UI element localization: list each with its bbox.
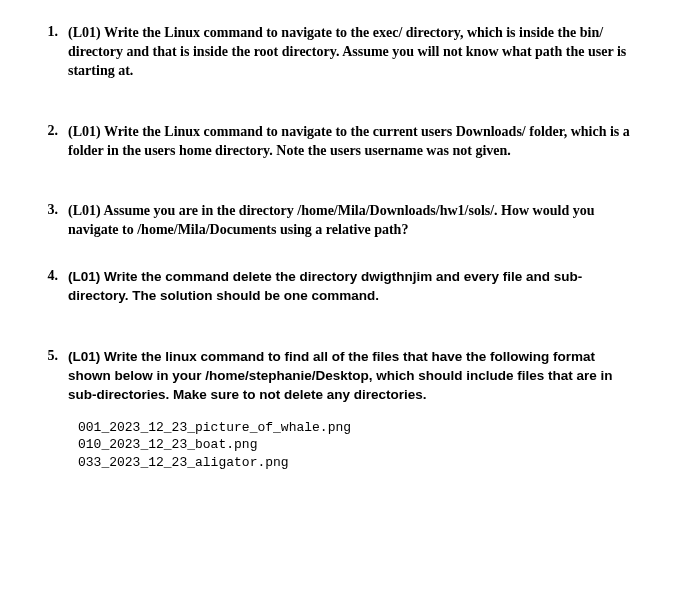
question-number: 5.	[40, 348, 68, 364]
code-line: 010_2023_12_23_boat.png	[78, 436, 637, 454]
question-text: (L01) Assume you are in the directory /h…	[68, 202, 637, 240]
question-number: 3.	[40, 202, 68, 218]
code-line: 001_2023_12_23_picture_of_whale.png	[78, 419, 637, 437]
question-text: (L01) Write the Linux command to navigat…	[68, 123, 637, 161]
question-5: 5. (L01) Write the linux command to find…	[40, 348, 637, 405]
code-line: 033_2023_12_23_aligator.png	[78, 454, 637, 472]
question-4: 4. (L01) Write the command delete the di…	[40, 268, 637, 306]
question-text: (L01) Write the linux command to find al…	[68, 348, 637, 405]
question-number: 4.	[40, 268, 68, 284]
question-number: 2.	[40, 123, 68, 139]
code-example: 001_2023_12_23_picture_of_whale.png 010_…	[78, 419, 637, 472]
question-2: 2. (L01) Write the Linux command to navi…	[40, 123, 637, 161]
question-1: 1. (L01) Write the Linux command to navi…	[40, 24, 637, 81]
question-number: 1.	[40, 24, 68, 40]
question-text: (L01) Write the command delete the direc…	[68, 268, 637, 306]
question-3: 3. (L01) Assume you are in the directory…	[40, 202, 637, 240]
question-text: (L01) Write the Linux command to navigat…	[68, 24, 637, 81]
question-5-container: 5. (L01) Write the linux command to find…	[40, 348, 637, 471]
